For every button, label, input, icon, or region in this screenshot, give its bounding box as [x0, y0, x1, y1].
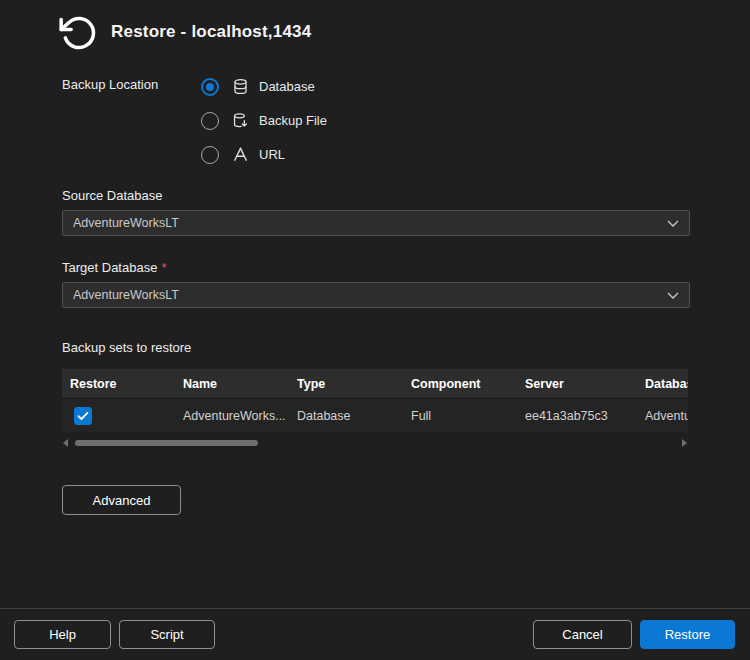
database-icon — [232, 78, 249, 95]
target-database-label: Target Database* — [62, 260, 166, 275]
target-database-value: AdventureWorksLT — [73, 288, 667, 302]
target-database-dropdown[interactable]: AdventureWorksLT — [62, 282, 690, 308]
radio-backup-file-label: Backup File — [259, 113, 327, 128]
url-icon — [232, 146, 249, 163]
column-header-type: Type — [289, 377, 403, 391]
restore-button[interactable]: Restore — [640, 620, 735, 649]
type-cell: Database — [289, 409, 403, 423]
radio-url-label: URL — [259, 147, 285, 162]
footer-bar: Help Script Cancel Restore — [0, 608, 750, 660]
backup-file-icon — [232, 112, 249, 129]
column-header-name: Name — [175, 377, 289, 391]
chevron-down-icon — [667, 216, 679, 230]
required-marker: * — [161, 260, 166, 275]
table-header-row: Restore Name Type Component Server Datab… — [62, 369, 688, 398]
help-button[interactable]: Help — [14, 620, 111, 649]
scroll-left-arrow-icon[interactable] — [63, 439, 68, 447]
scroll-right-arrow-icon[interactable] — [682, 439, 687, 447]
backup-location-label: Backup Location — [62, 77, 158, 92]
radio-option-backup-file[interactable]: Backup File — [201, 111, 327, 130]
column-header-component: Component — [403, 377, 517, 391]
target-database-label-text: Target Database — [62, 260, 157, 275]
restore-icon — [56, 11, 98, 53]
backup-sets-label: Backup sets to restore — [62, 340, 191, 355]
restore-cell — [62, 407, 175, 425]
radio-backup-file-control[interactable] — [201, 112, 219, 130]
restore-checkbox[interactable] — [74, 407, 92, 425]
radio-option-database[interactable]: Database — [201, 77, 327, 96]
chevron-down-icon — [667, 288, 679, 302]
table-row[interactable]: AdventureWorks... Database Full ee41a3ab… — [62, 398, 688, 432]
dialog-header: Restore - localhost,1434 — [56, 9, 311, 55]
server-cell: ee41a3ab75c3 — [517, 409, 637, 423]
advanced-button[interactable]: Advanced — [62, 485, 181, 515]
database-cell: AdventureWorksLT — [637, 409, 688, 423]
source-database-value: AdventureWorksLT — [73, 216, 667, 230]
source-database-label: Source Database — [62, 188, 162, 203]
page-title: Restore - localhost,1434 — [111, 22, 311, 42]
scrollbar-thumb[interactable] — [75, 440, 258, 446]
cancel-button[interactable]: Cancel — [533, 620, 632, 649]
column-header-database: Database — [637, 377, 688, 391]
radio-database-label: Database — [259, 79, 315, 94]
backup-sets-table: Restore Name Type Component Server Datab… — [62, 369, 688, 432]
radio-database-control[interactable] — [201, 78, 219, 96]
name-cell: AdventureWorks... — [175, 409, 289, 423]
column-header-restore: Restore — [62, 377, 175, 391]
component-cell: Full — [403, 409, 517, 423]
radio-url-control[interactable] — [201, 146, 219, 164]
backup-location-radio-group: Database Backup File URL — [201, 77, 327, 164]
horizontal-scrollbar[interactable] — [62, 438, 688, 449]
source-database-dropdown[interactable]: AdventureWorksLT — [62, 210, 690, 236]
radio-option-url[interactable]: URL — [201, 145, 327, 164]
column-header-server: Server — [517, 377, 637, 391]
script-button[interactable]: Script — [119, 620, 215, 649]
checkmark-icon — [77, 411, 89, 421]
